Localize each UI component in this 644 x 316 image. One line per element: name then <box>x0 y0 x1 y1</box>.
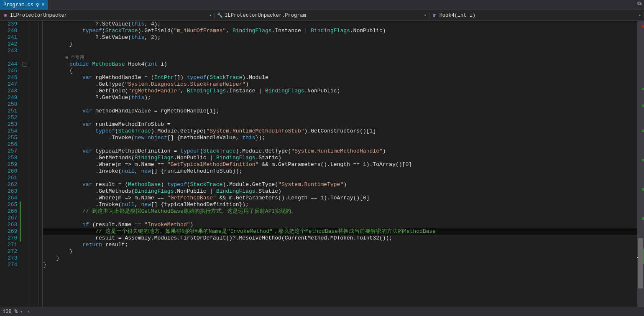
code-line[interactable]: return result; <box>43 242 637 248</box>
scroll-thumb[interactable] <box>638 238 643 288</box>
code-line[interactable]: } <box>43 41 637 48</box>
editor[interactable]: 2392402412422432442452462472482492502512… <box>0 21 644 307</box>
code-line[interactable] <box>43 141 637 148</box>
nav-left-icon[interactable]: ◂ <box>27 308 30 315</box>
line-number: 240 <box>8 28 17 34</box>
fold-toggle[interactable]: - <box>23 62 27 66</box>
code-line[interactable]: ?.GetValue(this); <box>43 94 637 101</box>
code-line[interactable]: ?.SetValue(this, 2); <box>43 34 637 41</box>
change-marker <box>20 222 21 228</box>
split-editor-icon[interactable]: ⧉ <box>637 1 643 7</box>
code-line[interactable]: var rgMethodHandle = (IntPtr[]) typeof(S… <box>43 74 637 81</box>
line-number: 266 <box>8 208 17 215</box>
line-number: 260 <box>8 168 17 175</box>
code-line[interactable]: ?.SetValue(this, 4); <box>43 21 637 28</box>
chevron-down-icon: ▾ <box>424 13 427 18</box>
vertical-scrollbar[interactable] <box>637 21 644 307</box>
line-number: 258 <box>8 155 17 161</box>
line-number: 252 <box>8 115 17 121</box>
tab-bar: Program.cs ⚲ × ▾ <box>0 0 644 10</box>
code-line[interactable] <box>43 175 637 181</box>
change-marker <box>20 235 21 242</box>
line-number: 265 <box>8 201 17 208</box>
class-icon: 🔧 <box>217 13 223 18</box>
breadcrumb-namespace[interactable]: ▣ ILProtectorUnpacker ▾ <box>0 13 215 18</box>
breadcrumb-method[interactable]: ◧ Hook4(int i) ▾ <box>429 13 644 18</box>
codelens[interactable]: 0 个引用 <box>43 54 637 61</box>
line-number: 267 <box>8 215 17 222</box>
line-number <box>8 54 17 61</box>
breadcrumb-scope3: Hook4(int i) <box>440 13 475 18</box>
code-line[interactable]: .GetType("System.Diagnostics.StackFrameH… <box>43 81 637 88</box>
file-tab[interactable]: Program.cs ⚲ × <box>0 0 48 10</box>
chevron-down-icon: ▾ <box>209 13 212 18</box>
line-number: 257 <box>8 148 17 155</box>
breadcrumb-scope1: ILProtectorUnpacker <box>10 13 67 18</box>
code-line[interactable]: .Invoke(new object[] {methodHandleValue,… <box>43 135 637 141</box>
code-line[interactable]: .Invoke(null, new[] {runtimeMethodInfoSt… <box>43 168 637 175</box>
line-number: 263 <box>8 188 17 195</box>
code-line[interactable]: // 这是一个很关键的地方。如果得到的结果的Name是"InvokeMethod… <box>43 228 637 235</box>
code-line[interactable]: } <box>43 255 637 262</box>
code-line[interactable]: .GetMethods(BindingFlags.NonPublic | Bin… <box>43 188 637 195</box>
line-number: 254 <box>8 128 17 135</box>
breadcrumb: ▣ ILProtectorUnpacker ▾ 🔧 ILProtectorUnp… <box>0 10 644 21</box>
code-line[interactable] <box>43 115 637 121</box>
code-line[interactable]: .GetMethods(BindingFlags.NonPublic | Bin… <box>43 155 637 161</box>
code-line[interactable]: var methodHandleValue = rgMethodHandle[i… <box>43 108 637 115</box>
line-number: 242 <box>8 41 17 48</box>
line-number: 269 <box>8 228 17 235</box>
breadcrumb-scope2: ILProtectorUnpacker.Program <box>225 13 306 18</box>
line-number: 268 <box>8 222 17 228</box>
code-line[interactable]: var runtimeMethodInfoStub = <box>43 121 637 128</box>
chevron-down-icon[interactable]: ▾ <box>20 309 23 314</box>
code-line[interactable]: .Invoke(null, new[] {typicalMethodDefini… <box>43 201 637 208</box>
line-number: 246 <box>8 74 17 81</box>
code-line[interactable]: { <box>43 68 637 74</box>
line-number: 250 <box>8 101 17 108</box>
code-line[interactable]: typeof(StackTrace).GetField("m_iNumOfFra… <box>43 28 637 34</box>
code-line[interactable]: public MethodBase Hook4(int i) <box>43 61 637 68</box>
line-number: 249 <box>8 94 17 101</box>
code-line[interactable]: if (result.Name == "InvokeMethod") <box>43 222 637 228</box>
status-bar: 100 % ▾ ◂ <box>0 307 644 316</box>
code-line[interactable]: .Where(m => m.Name == "GetMethodBase" &&… <box>43 195 637 201</box>
code-area[interactable]: ?.SetValue(this, 4); typeof(StackTrace).… <box>43 21 637 307</box>
code-line[interactable] <box>43 101 637 108</box>
line-number: 256 <box>8 141 17 148</box>
code-line[interactable]: var typicalMethodDefinition = typeof(Sta… <box>43 148 637 155</box>
code-line[interactable]: // 到这里为止都是模拟GetMethodBase原始的执行方式。这是运用了反射… <box>43 208 637 215</box>
tab-title: Program.cs <box>3 2 33 8</box>
zoom-level[interactable]: 100 % <box>3 309 18 315</box>
line-number-gutter: 2392402412422432442452462472482492502512… <box>0 21 20 307</box>
line-number: 244 <box>8 61 17 68</box>
code-line[interactable]: } <box>43 248 637 255</box>
code-line[interactable]: result = Assembly.Modules.FirstOrDefault… <box>43 235 637 242</box>
line-number: 273 <box>8 255 17 262</box>
line-number: 259 <box>8 161 17 168</box>
line-number: 262 <box>8 181 17 188</box>
code-line[interactable]: .Where(m => m.Name == "GetTypicalMethodD… <box>43 161 637 168</box>
line-number: 270 <box>8 235 17 242</box>
code-line[interactable]: } <box>43 262 637 268</box>
line-number: 253 <box>8 121 17 128</box>
change-marker <box>20 215 21 222</box>
indent-guides <box>28 21 43 307</box>
change-marker <box>20 228 21 235</box>
close-icon[interactable]: × <box>41 2 45 8</box>
line-number: 245 <box>8 68 17 74</box>
change-marker <box>20 208 21 215</box>
breadcrumb-class[interactable]: 🔧 ILProtectorUnpacker.Program ▾ <box>215 13 429 18</box>
line-number: 271 <box>8 242 17 248</box>
code-line[interactable] <box>43 48 637 54</box>
line-number: 247 <box>8 81 17 88</box>
code-line[interactable] <box>43 215 637 222</box>
code-line[interactable]: var result = (MethodBase) typeof(StackTr… <box>43 181 637 188</box>
pin-icon[interactable]: ⚲ <box>36 3 39 8</box>
line-number: 274 <box>8 262 17 268</box>
line-number: 272 <box>8 248 17 255</box>
code-line[interactable]: typeof(StackTrace).Module.GetType("Syste… <box>43 128 637 135</box>
code-line[interactable]: .GetField("rgMethodHandle", BindingFlags… <box>43 88 637 94</box>
line-number: 264 <box>8 195 17 201</box>
chevron-down-icon: ▾ <box>639 13 641 18</box>
